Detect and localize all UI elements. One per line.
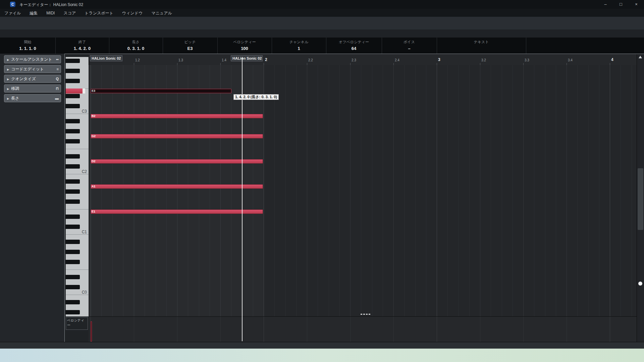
midi-note-E1[interactable]: E1 [91,209,263,214]
info-value[interactable]: 1. 1. 1. 0 [0,46,55,51]
vertical-zoom-knob[interactable] [638,282,642,286]
piano-key-Ds3[interactable] [66,94,89,99]
inspector-section-transpose[interactable]: ▶移調⊓ [4,84,61,93]
piano-key-Ds1[interactable] [66,214,89,219]
piano-key-Gs-1[interactable] [66,310,89,315]
midi-note-B2[interactable]: B2 [91,114,263,118]
info-value[interactable]: 1. 4. 2. 0 [55,46,109,51]
piano-key-E2[interactable] [66,149,89,154]
note-grid[interactable]: E3B2G2D2A1E1 [89,65,637,316]
midi-note-E3[interactable]: E3 [91,89,231,93]
piano-key-Gs0[interactable] [66,249,89,254]
midi-note-D2[interactable]: D2 [91,159,263,164]
piano-keyboard[interactable]: C3C2C1C0 [66,57,89,316]
menu-編集[interactable]: 編集 [25,9,42,17]
midi-note-A1[interactable]: A1 [91,184,263,189]
piano-key-Gs1[interactable] [66,189,89,194]
piano-key-B2[interactable] [66,114,89,119]
part-label-1[interactable]: HALion Sonic 02 [231,55,263,61]
chord-edit-icon: ≡ [57,65,59,73]
piano-key-As1[interactable] [66,179,89,184]
menu-トランスポート[interactable]: トランスポート [80,9,118,17]
piano-key-E1[interactable] [66,209,89,214]
info-value[interactable]: 64 [326,46,382,51]
piano-key-Ds2[interactable] [66,154,89,159]
piano-key-Fs3[interactable] [66,78,89,83]
inspector-section-length[interactable]: ▶長さ▬ [4,94,61,102]
info-value[interactable]: – [382,46,437,51]
piano-key-Cs3[interactable] [66,104,89,109]
vertical-scrollbar-thumb[interactable] [638,168,643,230]
controller-lane-label[interactable]: ベロシティー [66,317,88,330]
piano-key-Cs0[interactable] [66,285,89,290]
piano-key-As3[interactable] [66,58,89,63]
info-value[interactable]: 1 [272,46,326,51]
piano-key-G2[interactable] [66,134,89,139]
controller-lane[interactable] [89,316,637,342]
piano-key-Fs1[interactable] [66,199,89,204]
info-field-ピッチ: ピッチE3 [163,38,218,54]
piano-key-F0[interactable] [66,264,89,269]
piano-key-G-1[interactable] [66,315,89,316]
menu-MIDI[interactable]: MIDI [42,9,59,17]
piano-key-Cs1[interactable] [66,224,89,229]
menu-マニュアル[interactable]: マニュアル [147,9,176,17]
info-value[interactable]: 0. 3. 1. 0 [109,46,163,51]
piano-key-Ds0[interactable] [66,275,89,280]
black-key [66,260,80,264]
window-title: キーエディター： HALion Sonic 02 [19,2,83,8]
piano-key-D2[interactable] [66,159,89,164]
piano-key-A3[interactable] [66,63,89,68]
piano-key-As-1[interactable] [66,300,89,305]
ruler-tick-3.3: 3.3 [525,58,529,62]
piano-key-E3[interactable] [66,88,89,94]
piano-key-A1[interactable] [66,184,89,189]
piano-key-As0[interactable] [66,239,89,244]
piano-key-Gs2[interactable] [66,129,89,134]
piano-key-F3[interactable] [66,83,89,88]
piano-key-Gs3[interactable] [66,68,89,73]
highlighted-key-white [83,88,85,94]
menu-ウィンドウ[interactable]: ウィンドウ [118,9,147,17]
piano-key-G1[interactable] [66,194,89,199]
piano-key-D3[interactable] [66,99,89,104]
piano-key-E0[interactable] [66,269,89,275]
piano-key-A-1[interactable] [66,305,89,310]
info-label: 終了 [55,40,109,45]
velocity-bar[interactable] [91,321,92,342]
menu-ファイル[interactable]: ファイル [0,9,25,17]
piano-key-A0[interactable] [66,244,89,249]
piano-key-As2[interactable] [66,119,89,124]
close-button[interactable]: × [629,0,644,9]
piano-key-B-1[interactable] [66,295,89,300]
piano-key-D0[interactable] [66,280,89,285]
inspector-section-scale-assistant[interactable]: ▶スケールアシスタント▪▪ [4,55,61,63]
maximize-button[interactable]: □ [613,0,628,9]
piano-key-B0[interactable] [66,234,89,239]
ruler-tick-3: 3 [438,57,440,62]
inspector-section-chord-edit[interactable]: ▶コードエディット≡ [4,65,61,73]
menu-スコア[interactable]: スコア [59,9,80,17]
minimize-button[interactable]: – [598,0,613,9]
inspector-section-quantize[interactable]: ▶クオンタイズQ [4,75,61,83]
piano-key-D1[interactable] [66,219,89,224]
black-key [66,119,80,123]
black-key [66,154,80,159]
piano-key-A2[interactable] [66,124,89,129]
ruler-tick-3.2: 3.2 [481,58,486,62]
piano-key-F1[interactable] [66,204,89,209]
midi-note-G2[interactable]: G2 [91,134,263,138]
piano-key-F2[interactable] [66,144,89,149]
piano-key-Fs0[interactable] [66,259,89,264]
part-label-0[interactable]: HALion Sonic 02 [90,55,122,61]
info-field-ベロシティー: ベロシティー100 [217,38,272,54]
scroll-up-arrow[interactable] [639,56,642,58]
piano-key-G0[interactable] [66,254,89,259]
piano-key-B1[interactable] [66,174,89,179]
piano-key-Fs2[interactable] [66,139,89,144]
piano-key-Cs2[interactable] [66,164,89,169]
info-value[interactable]: E3 [163,46,217,51]
info-value[interactable]: 100 [217,46,272,51]
piano-key-G3[interactable] [66,73,89,78]
timeline-ruler[interactable]: HALion Sonic 02HALion Sonic 021.21.31.42… [89,54,637,65]
